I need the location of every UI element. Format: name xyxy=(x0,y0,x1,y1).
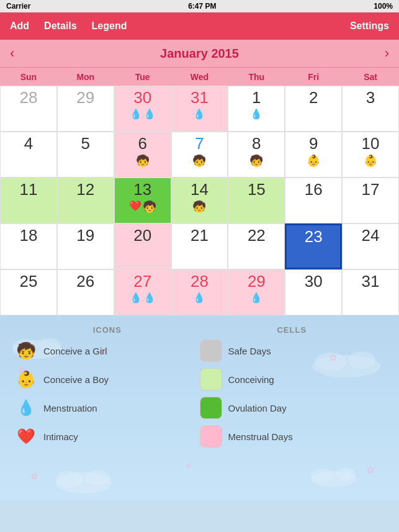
carrier-label: Carrier xyxy=(6,2,30,11)
conceive-boy-icon: 👶 xyxy=(364,154,377,168)
cal-cell[interactable]: 28💧 xyxy=(171,269,228,315)
cal-day-number: 16 xyxy=(305,181,323,199)
cal-cell[interactable]: 30💧💧 xyxy=(114,86,171,132)
cal-day-number: 14 xyxy=(191,181,208,199)
cal-day-number: 10 xyxy=(362,135,380,153)
details-button[interactable]: Details xyxy=(37,17,84,35)
cal-day-number: 8 xyxy=(252,135,261,153)
cal-cell[interactable]: 29💧 xyxy=(228,269,285,315)
cal-cell[interactable]: 14🧒 xyxy=(171,178,228,223)
drop-outline-icon: 💧 xyxy=(250,292,262,304)
legend-columns: 🧒 Conceive a Girl 👶 Conceive a Boy 💧 Men… xyxy=(15,340,384,448)
cal-day-number: 20 xyxy=(133,227,151,245)
cal-cell[interactable]: 26 xyxy=(57,269,114,315)
cells-title: CELLS xyxy=(200,325,385,335)
cal-cell[interactable]: 20 xyxy=(114,223,171,269)
cal-cell[interactable]: 28 xyxy=(0,86,57,132)
ovulation-label: Ovulation Day xyxy=(228,403,287,413)
safe-days-cell xyxy=(200,340,222,362)
cal-cell[interactable]: 27💧💧 xyxy=(114,269,171,315)
menstrual-cell xyxy=(200,425,222,448)
sakura-6: ✿ xyxy=(186,462,191,469)
cal-cell[interactable]: 23 xyxy=(285,223,342,269)
cal-day-number: 3 xyxy=(366,89,375,107)
cal-cell[interactable]: 13❤️🧒 xyxy=(114,178,171,223)
cal-cell[interactable]: 1💧 xyxy=(228,86,285,132)
cal-cell[interactable]: 19 xyxy=(57,223,114,269)
day-header-sun: Sun xyxy=(0,68,57,86)
cal-day-number: 30 xyxy=(133,89,151,107)
cal-cell[interactable]: 4 xyxy=(0,132,57,178)
cal-cell[interactable]: 30 xyxy=(285,269,342,315)
cal-cell[interactable]: 16 xyxy=(285,178,342,223)
cal-cell[interactable]: 10👶 xyxy=(342,132,399,178)
legend-icons-col: 🧒 Conceive a Girl 👶 Conceive a Boy 💧 Men… xyxy=(15,340,200,448)
cal-day-number: 25 xyxy=(19,273,37,291)
legend-boy-item: 👶 Conceive a Boy xyxy=(15,368,200,390)
legend-intimacy-item: ❤️ Intimacy xyxy=(15,425,200,448)
cal-day-number: 19 xyxy=(76,227,94,245)
cal-cell[interactable]: 8🧒 xyxy=(228,132,285,178)
legend-section: ✿ ✿ ✿ ✿ ✿ ✿ ICONS CELLS 🧒 Conceive a Gir… xyxy=(0,315,399,500)
cloud-decoration-3 xyxy=(50,459,118,494)
cal-cell[interactable]: 17 xyxy=(342,178,399,223)
status-bar: Carrier 6:47 PM 100% xyxy=(0,0,399,12)
cal-cell[interactable]: 6🧒 xyxy=(114,132,171,178)
conceive-girl-icon: 🧒 xyxy=(249,154,263,168)
legend-conceiving-item: Conceiving xyxy=(200,368,385,390)
legend-girl-item: 🧒 Conceive a Girl xyxy=(15,340,200,362)
cal-day-number: 29 xyxy=(248,273,266,291)
settings-button[interactable]: Settings xyxy=(343,17,397,35)
cal-cell[interactable]: 21 xyxy=(171,223,228,269)
svg-point-7 xyxy=(56,471,83,487)
cal-cell[interactable]: 12 xyxy=(57,178,114,223)
cal-day-number: 29 xyxy=(76,89,94,107)
cal-day-number: 18 xyxy=(19,227,37,245)
icons-title: ICONS xyxy=(15,325,200,335)
add-button[interactable]: Add xyxy=(2,17,37,35)
legend-safe-item: Safe Days xyxy=(200,340,385,362)
intimacy-label: Intimacy xyxy=(43,431,78,442)
legend-menstruation-item: 💧 Menstruation xyxy=(15,397,200,419)
cal-cell[interactable]: 3 xyxy=(342,86,399,132)
cal-cell[interactable]: 31💧 xyxy=(171,86,228,132)
boy-icon: 👶 xyxy=(15,368,37,390)
cal-cell[interactable]: 22 xyxy=(228,223,285,269)
next-month-button[interactable]: › xyxy=(385,45,389,61)
nav-bar: Add Details Legend Settings xyxy=(0,12,399,40)
conceiving-cell xyxy=(200,368,222,390)
drop-outline-icon: 💧 xyxy=(250,108,262,120)
cal-cell[interactable]: 5 xyxy=(57,132,114,178)
cal-day-number: 27 xyxy=(133,273,151,291)
cal-day-number: 15 xyxy=(248,181,266,199)
day-header-tue: Tue xyxy=(114,68,171,86)
cal-cell[interactable]: 7🧒 xyxy=(171,132,228,178)
cal-day-number: 22 xyxy=(248,227,266,245)
conceive-girl-icon: 🧒 xyxy=(192,200,206,214)
conceive-girl-icon: 🧒 xyxy=(136,154,150,168)
cal-day-number: 6 xyxy=(138,135,146,153)
cal-cell[interactable]: 18 xyxy=(0,223,57,269)
legend-headers: ICONS CELLS xyxy=(15,325,384,335)
conceive-girl-icon: 🧒 xyxy=(143,200,156,214)
boy-label: Conceive a Boy xyxy=(43,374,109,385)
cal-cell[interactable]: 2 xyxy=(285,86,342,132)
time-label: 6:47 PM xyxy=(188,2,216,11)
day-header-mon: Mon xyxy=(57,68,114,86)
cal-cell[interactable]: 29 xyxy=(57,86,114,132)
menstruation-drop-icon: 💧 xyxy=(130,292,142,304)
cal-cell[interactable]: 31 xyxy=(342,269,399,315)
cal-cell[interactable]: 24 xyxy=(342,223,399,269)
cal-day-number: 4 xyxy=(24,135,33,153)
cal-cell[interactable]: 11 xyxy=(0,178,57,223)
safe-days-label: Safe Days xyxy=(228,346,271,356)
cal-cell[interactable]: 15 xyxy=(228,178,285,223)
cal-day-number: 28 xyxy=(191,273,208,291)
day-header-fri: Fri xyxy=(285,68,342,86)
cal-cell[interactable]: 25 xyxy=(0,269,57,315)
prev-month-button[interactable]: ‹ xyxy=(10,45,14,61)
cal-cell[interactable]: 9👶 xyxy=(285,132,342,178)
cloud-decoration-4 xyxy=(306,459,362,487)
legend-button[interactable]: Legend xyxy=(84,17,135,35)
svg-point-11 xyxy=(336,468,356,480)
